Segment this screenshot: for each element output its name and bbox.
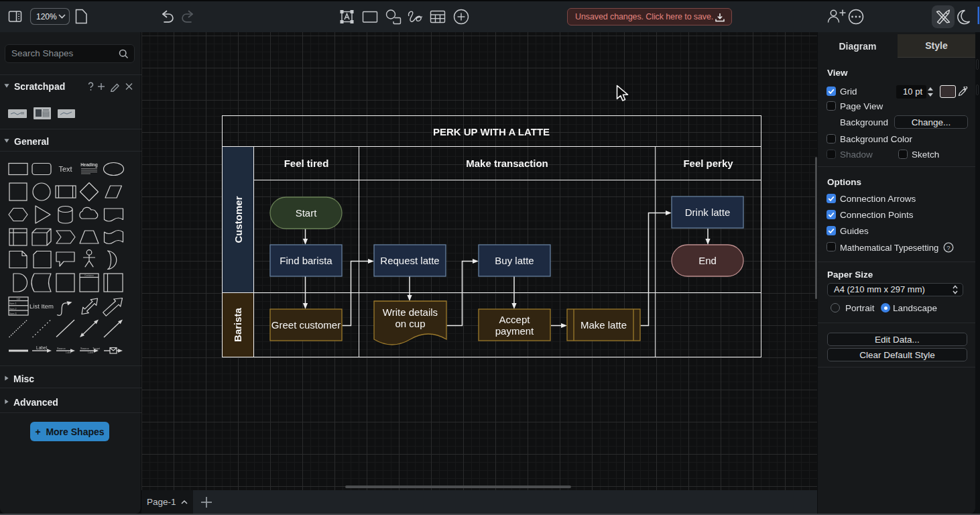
svg-text:Label: Label xyxy=(66,351,72,354)
svg-text:Target: Target xyxy=(93,347,101,350)
svg-text:Source: Source xyxy=(80,347,89,350)
svg-text:List Item: List Item xyxy=(29,302,54,310)
svg-text:?: ? xyxy=(946,244,950,251)
svg-text:Item 2: Item 2 xyxy=(10,308,17,310)
svg-text:Label: Label xyxy=(88,351,94,354)
svg-text:Source: Source xyxy=(57,347,66,350)
svg-text:Item 3: Item 3 xyxy=(10,312,17,315)
svg-text:Text: Text xyxy=(58,165,72,173)
svg-text:Item 1: Item 1 xyxy=(10,302,17,305)
svg-text:Label: Label xyxy=(36,345,47,350)
svg-text:120%: 120% xyxy=(36,12,57,21)
svg-text:List: List xyxy=(17,298,21,300)
svg-text:Container: Container xyxy=(84,274,95,277)
svg-text:Heading: Heading xyxy=(80,162,98,168)
